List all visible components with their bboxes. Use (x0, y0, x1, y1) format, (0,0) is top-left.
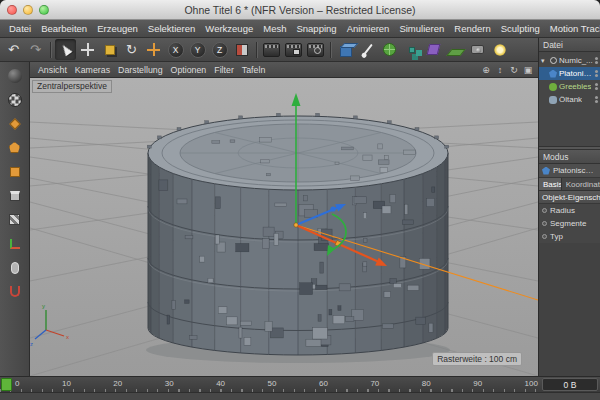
om-menu-datei[interactable]: Datei (543, 40, 563, 50)
attribute-manager-empty-area (539, 243, 600, 376)
menu-mesh[interactable]: Mesh (258, 23, 291, 34)
tab-koordinaten[interactable]: Koordinaten (562, 178, 600, 190)
zoom-button[interactable] (39, 5, 49, 15)
attribute-object-header[interactable]: Platonischer Körper (539, 164, 600, 178)
redo-button[interactable]: ↷ (25, 39, 46, 60)
titlebar[interactable]: Ohne Titel 6 * (NFR Version – Restricted… (0, 0, 600, 20)
menu-werkzeuge[interactable]: Werkzeuge (200, 23, 258, 34)
pan-view-icon[interactable]: ⊕ (480, 65, 492, 75)
lock-x-button[interactable]: X (165, 39, 186, 60)
timeline-ruler[interactable]: 0 10 20 30 40 50 60 70 80 90 100 (0, 377, 540, 392)
vp-menu-ansicht[interactable]: Ansicht (34, 65, 71, 75)
toolbar-divider (50, 42, 51, 58)
menu-erzeugen[interactable]: Erzeugen (92, 23, 143, 34)
lock-y-button[interactable]: Y (187, 39, 208, 60)
greebles-object-icon (549, 83, 557, 91)
viewport-canvas[interactable]: y x z Zentralperspektive Rasterweite : 1… (30, 78, 538, 376)
zoom-view-icon[interactable]: ↕ (494, 65, 506, 75)
z-handle-dot[interactable] (330, 206, 335, 211)
array-generator-button[interactable] (401, 39, 422, 60)
oiltank-object-icon (549, 96, 557, 104)
vp-menu-filter[interactable]: Filter (210, 65, 238, 75)
visibility-dots[interactable] (595, 83, 598, 90)
menu-sculpting[interactable]: Sculpting (496, 23, 545, 34)
camera-label[interactable]: Zentralperspektive (32, 80, 112, 93)
orbit-view-icon[interactable]: ↻ (508, 65, 520, 75)
scale-tool[interactable] (99, 39, 120, 60)
material-mode-button[interactable] (5, 91, 25, 108)
vp-menu-darstellung[interactable]: Darstellung (114, 65, 167, 75)
edges-mode-icon (9, 142, 20, 153)
rotate-icon: ↻ (126, 43, 137, 56)
menu-simulieren[interactable]: Simulieren (394, 23, 449, 34)
render-view-icon (263, 43, 280, 57)
keyframe-dot-icon[interactable] (542, 208, 547, 213)
minimize-button[interactable] (23, 5, 33, 15)
object-item-numic[interactable]: ▾ Numic_... (539, 54, 600, 67)
floor-object-button[interactable] (445, 39, 466, 60)
visibility-dots[interactable] (595, 96, 598, 103)
menu-datei[interactable]: Datei (4, 23, 36, 34)
coordinate-system-button[interactable] (231, 39, 252, 60)
keyframe-dot-icon[interactable] (542, 221, 547, 226)
keyframe-dot-icon[interactable] (542, 234, 547, 239)
current-frame-field[interactable]: 0 B (542, 378, 598, 391)
visibility-dots[interactable] (595, 57, 598, 64)
timeline-ticks: 0 10 20 30 40 50 60 70 80 90 100 (0, 377, 540, 392)
viewport-menubar: Ansicht Kameras Darstellung Optionen Fil… (30, 62, 538, 78)
last-used-tool[interactable] (143, 39, 164, 60)
object-item-greebles[interactable]: Greebles (539, 80, 600, 93)
greebled-cylinder-model[interactable] (146, 113, 450, 363)
axis-y-label: y (42, 303, 45, 309)
move-tool[interactable] (77, 39, 98, 60)
add-primitive-button[interactable] (335, 39, 356, 60)
am-menu-modus[interactable]: Modus (543, 152, 569, 162)
checker-sphere-icon (8, 93, 22, 107)
platonic-object-icon (542, 167, 550, 175)
vp-menu-optionen[interactable]: Optionen (167, 65, 211, 75)
object-item-oeltank[interactable]: Öltank (539, 93, 600, 106)
menu-motion-tracker[interactable]: Motion Tracker (545, 23, 600, 34)
menu-bearbeiten[interactable]: Bearbeiten (36, 23, 92, 34)
menu-selektieren[interactable]: Selektieren (143, 23, 201, 34)
toggle-views-icon[interactable]: ▣ (522, 65, 534, 75)
rotate-tool[interactable]: ↻ (121, 39, 142, 60)
lock-z-button[interactable]: Z (209, 39, 230, 60)
gizmo-origin[interactable] (294, 223, 298, 227)
axis-mode-button[interactable] (5, 235, 25, 252)
expander-icon[interactable]: ▾ (541, 57, 548, 65)
menu-rendern[interactable]: Rendern (449, 23, 495, 34)
live-selection-tool[interactable] (55, 39, 76, 60)
right-panel: Datei ▾ Numic_... Platonisch Greebles (538, 38, 600, 376)
render-picture-viewer-button[interactable] (283, 39, 304, 60)
polygons-mode-button[interactable] (5, 163, 25, 180)
viewport-select-button[interactable] (5, 259, 25, 276)
object-item-platonisch[interactable]: Platonisch (539, 67, 600, 80)
menu-snapping[interactable]: Snapping (291, 23, 341, 34)
vp-menu-tafeln[interactable]: Tafeln (238, 65, 269, 75)
light-object-button[interactable] (489, 39, 510, 60)
section-objekt-eigenschaften[interactable]: Objekt-Eigenschaften (539, 191, 600, 204)
visibility-dots[interactable] (595, 70, 598, 77)
statusbar (0, 392, 600, 400)
undo-button[interactable]: ↶ (3, 39, 24, 60)
tab-basis[interactable]: Basis (539, 178, 562, 190)
last-tool-icon (147, 43, 160, 56)
deformer-button[interactable] (423, 39, 444, 60)
texture-mode-button[interactable] (5, 211, 25, 228)
vp-menu-kameras[interactable]: Kameras (71, 65, 114, 75)
render-view-button[interactable] (261, 39, 282, 60)
spline-pen-button[interactable] (357, 39, 378, 60)
grid-size-label: Rasterweite : 100 cm (432, 352, 522, 366)
model-mode-button[interactable] (5, 187, 25, 204)
mouse-icon (11, 262, 19, 274)
shaded-sphere-mode-button[interactable] (5, 67, 25, 84)
menu-animieren[interactable]: Animieren (342, 23, 395, 34)
camera-object-button[interactable] (467, 39, 488, 60)
points-mode-button[interactable] (5, 115, 25, 132)
render-settings-button[interactable] (305, 39, 326, 60)
edges-mode-button[interactable] (5, 139, 25, 156)
subdivision-surface-button[interactable] (379, 39, 400, 60)
close-button[interactable] (7, 5, 17, 15)
snap-button[interactable] (5, 283, 25, 300)
